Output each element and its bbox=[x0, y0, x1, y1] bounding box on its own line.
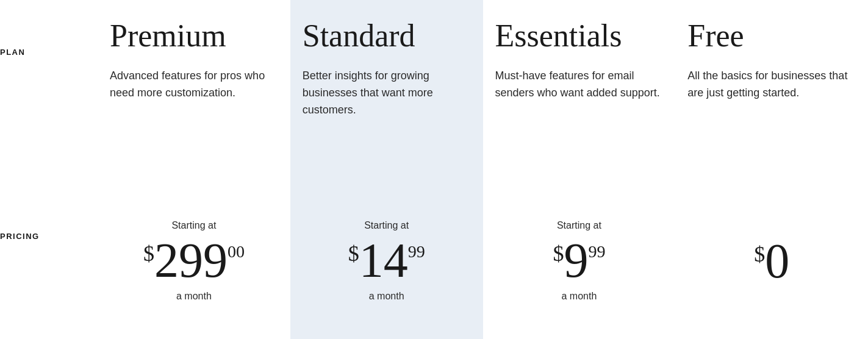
price-main-essentials: 9 bbox=[564, 236, 588, 285]
a-month-standard: a month bbox=[369, 291, 404, 302]
price-dollar-premium: $ bbox=[143, 241, 154, 266]
plan-description-free: All the basics for businesses that are j… bbox=[687, 68, 856, 102]
plan-label: PLAN bbox=[0, 48, 25, 57]
plan-name-standard: Standard bbox=[303, 18, 471, 53]
price-dollar-essentials: $ bbox=[553, 241, 564, 266]
price-dollar-free: $ bbox=[754, 241, 765, 267]
price-display-premium: $ 299 00 bbox=[143, 236, 245, 285]
free-price-container: $ 0 bbox=[754, 183, 789, 339]
plans-area: Premium Advanced features for pros who n… bbox=[98, 0, 868, 339]
price-main-premium: 299 bbox=[154, 236, 228, 285]
a-month-essentials: a month bbox=[561, 291, 597, 302]
plan-header-essentials: Essentials Must-have features for email … bbox=[495, 0, 664, 183]
plan-pricing-premium: Starting at $ 299 00 a month bbox=[110, 183, 278, 339]
starting-at-essentials: Starting at bbox=[557, 220, 601, 231]
price-cents-premium: 00 bbox=[228, 242, 245, 262]
plan-description-standard: Better insights for growing businesses t… bbox=[303, 68, 471, 119]
plan-pricing-essentials: Starting at $ 9 99 a month bbox=[495, 183, 664, 339]
plan-pricing-standard: Starting at $ 14 99 a month bbox=[303, 183, 471, 339]
plan-column-free: Free All the basics for businesses that … bbox=[675, 0, 868, 339]
price-display-standard: $ 14 99 bbox=[348, 236, 425, 285]
plan-label-cell: PLAN bbox=[0, 37, 98, 219]
plan-name-free: Free bbox=[687, 18, 856, 53]
price-main-free: 0 bbox=[765, 237, 789, 285]
price-main-standard: 14 bbox=[359, 236, 408, 285]
label-column: PLAN PRICING bbox=[0, 0, 98, 339]
starting-at-standard: Starting at bbox=[364, 220, 409, 231]
pricing-table: PLAN PRICING Premium Advanced features f… bbox=[0, 0, 868, 339]
a-month-premium: a month bbox=[176, 291, 212, 302]
pricing-label: PRICING bbox=[0, 232, 40, 241]
plan-header-standard: Standard Better insights for growing bus… bbox=[303, 0, 471, 183]
plan-description-premium: Advanced features for pros who need more… bbox=[110, 68, 278, 102]
price-cents-essentials: 99 bbox=[588, 242, 605, 262]
plan-column-essentials: Essentials Must-have features for email … bbox=[483, 0, 676, 339]
plan-column-standard: Standard Better insights for growing bus… bbox=[290, 0, 483, 339]
plan-header-free: Free All the basics for businesses that … bbox=[687, 0, 856, 183]
plan-name-premium: Premium bbox=[110, 18, 278, 53]
plan-pricing-free: $ 0 bbox=[687, 183, 856, 339]
plan-description-essentials: Must-have features for email senders who… bbox=[495, 68, 664, 102]
plan-column-premium: Premium Advanced features for pros who n… bbox=[98, 0, 290, 339]
pricing-label-cell: PRICING bbox=[0, 219, 98, 339]
price-display-essentials: $ 9 99 bbox=[553, 236, 605, 285]
starting-at-premium: Starting at bbox=[171, 220, 216, 231]
price-cents-standard: 99 bbox=[408, 242, 425, 262]
plan-name-essentials: Essentials bbox=[495, 18, 664, 53]
free-price-row: $ 0 bbox=[754, 237, 789, 285]
plan-header-premium: Premium Advanced features for pros who n… bbox=[110, 0, 278, 183]
price-dollar-standard: $ bbox=[348, 241, 359, 266]
